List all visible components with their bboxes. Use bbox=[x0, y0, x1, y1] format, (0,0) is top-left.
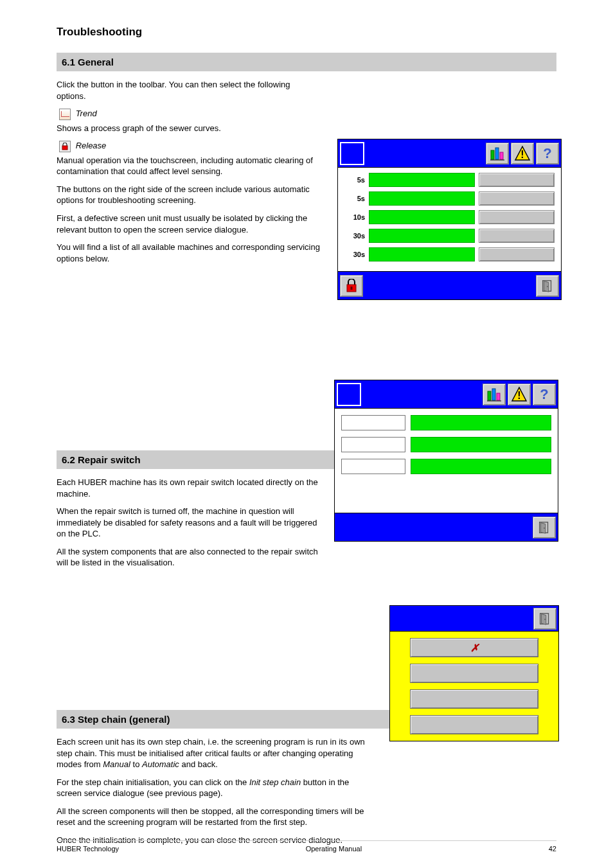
warning-button[interactable]: ! bbox=[508, 384, 531, 405]
s2-para1: Each HUBER machine has its own repair sw… bbox=[57, 477, 320, 499]
svg-point-23 bbox=[544, 619, 545, 619]
bargraph-button[interactable] bbox=[486, 143, 509, 164]
footer-right: 42 bbox=[549, 845, 556, 853]
svg-text:!: ! bbox=[520, 149, 524, 160]
x-icon: ✗ bbox=[470, 642, 479, 654]
lock-icon bbox=[59, 141, 71, 152]
svg-rect-13 bbox=[492, 389, 495, 400]
menu-button[interactable] bbox=[410, 664, 538, 683]
svg-rect-12 bbox=[488, 391, 491, 400]
svg-text:!: ! bbox=[517, 390, 520, 401]
panel1-row: 30s bbox=[344, 229, 555, 243]
panel1-row: 30s bbox=[344, 247, 555, 261]
s1-para1: Click the button in the toolbar. You can… bbox=[57, 79, 320, 102]
trend-icon bbox=[59, 109, 71, 120]
panel2-footer bbox=[335, 513, 558, 541]
s1-para3: Manual operation via the touchscreen, in… bbox=[57, 155, 320, 177]
repair-switch-panel: ! ? bbox=[334, 380, 558, 542]
svg-marker-10 bbox=[544, 281, 549, 292]
panel2-body bbox=[335, 409, 558, 513]
svg-rect-8 bbox=[351, 287, 353, 290]
panel2-header-square bbox=[337, 383, 361, 406]
s3-para2: For the step chain initialisation, you c… bbox=[57, 777, 371, 799]
help-button[interactable]: ? bbox=[536, 143, 559, 164]
exit-button[interactable] bbox=[533, 608, 556, 630]
panel2-row bbox=[341, 437, 551, 452]
text-input[interactable] bbox=[341, 415, 405, 430]
warning-button[interactable]: ! bbox=[511, 143, 534, 164]
s1-para6: You will find a list of all available ma… bbox=[57, 242, 320, 264]
s1-release-line: Release bbox=[57, 140, 320, 152]
duration-label: 5s bbox=[344, 195, 365, 202]
s1-para4: The buttons on the right side of the scr… bbox=[57, 184, 320, 206]
svg-rect-2 bbox=[495, 148, 499, 159]
panel1-row: 10s bbox=[344, 210, 555, 224]
svg-point-20 bbox=[544, 527, 544, 528]
exit-button[interactable] bbox=[533, 517, 556, 538]
row-action-button[interactable] bbox=[479, 247, 555, 261]
status-bar bbox=[411, 437, 551, 452]
svg-rect-0 bbox=[62, 146, 67, 150]
panel2-row bbox=[341, 459, 551, 474]
lock-button[interactable] bbox=[340, 275, 363, 297]
duration-label: 30s bbox=[344, 232, 365, 240]
progress-bar bbox=[369, 210, 475, 224]
s3-para1: Each screen unit has its own step chain,… bbox=[57, 736, 371, 770]
svg-marker-19 bbox=[541, 522, 546, 533]
row-action-button[interactable] bbox=[479, 210, 555, 224]
row-action-button[interactable] bbox=[479, 173, 555, 187]
panel1-header: ! ? bbox=[338, 139, 561, 168]
step-chain-panel: ✗ bbox=[389, 605, 559, 741]
init-step-chain-button[interactable]: ✗ bbox=[410, 638, 538, 657]
panel2-header: ! ? bbox=[335, 380, 558, 409]
screen-service-panel: ! ? 5s 5s 10s 30s 30s bbox=[337, 139, 562, 300]
svg-point-11 bbox=[547, 286, 547, 287]
trend-label: Trend bbox=[76, 109, 97, 118]
heading-6-1: 6.1 General bbox=[57, 53, 556, 71]
row-action-button[interactable] bbox=[479, 191, 555, 206]
s3-para3: All the screen components will then be s… bbox=[57, 806, 371, 828]
progress-bar bbox=[369, 229, 475, 243]
progress-bar bbox=[369, 247, 475, 261]
svg-rect-1 bbox=[491, 150, 494, 159]
status-bar bbox=[411, 415, 551, 430]
row-action-button[interactable] bbox=[479, 229, 555, 243]
panel1-row: 5s bbox=[344, 191, 555, 206]
text-input[interactable] bbox=[341, 459, 405, 474]
help-button[interactable]: ? bbox=[533, 384, 556, 405]
progress-bar bbox=[369, 173, 475, 187]
panel2-row bbox=[341, 415, 551, 430]
doc-footer: HUBER Technology Operating Manual 42 bbox=[57, 840, 556, 853]
progress-bar bbox=[369, 191, 475, 206]
status-bar bbox=[411, 459, 551, 474]
s1-trend-line: Trend bbox=[57, 108, 320, 120]
text-input[interactable] bbox=[341, 437, 405, 452]
panel1-body: 5s 5s 10s 30s 30s bbox=[338, 168, 561, 271]
release-label: Release bbox=[76, 141, 107, 150]
footer-center: Operating Manual bbox=[306, 845, 362, 853]
svg-rect-3 bbox=[500, 152, 503, 159]
duration-label: 30s bbox=[344, 251, 365, 258]
panel3-body: ✗ bbox=[390, 632, 558, 741]
s1-para5: First, a defective screen unit must usua… bbox=[57, 213, 320, 235]
s2-para3: All the system components that are also … bbox=[57, 546, 320, 569]
panel3-header bbox=[390, 606, 558, 632]
exit-button[interactable] bbox=[536, 275, 559, 297]
bargraph-button[interactable] bbox=[483, 384, 506, 405]
svg-rect-14 bbox=[497, 393, 500, 400]
page-title: Troubleshooting bbox=[57, 26, 556, 39]
s2-para2: When the repair switch is turned off, th… bbox=[57, 506, 320, 540]
footer-left: HUBER Technology bbox=[57, 845, 119, 853]
panel1-row: 5s bbox=[344, 173, 555, 187]
menu-button[interactable] bbox=[410, 689, 538, 709]
duration-label: 10s bbox=[344, 213, 365, 221]
s1-para2: Shows a process graph of the sewer curve… bbox=[57, 123, 320, 134]
svg-marker-22 bbox=[542, 614, 546, 624]
panel1-header-square bbox=[340, 142, 364, 165]
panel1-footer bbox=[338, 271, 561, 299]
duration-label: 5s bbox=[344, 176, 365, 184]
menu-button[interactable] bbox=[410, 715, 538, 734]
